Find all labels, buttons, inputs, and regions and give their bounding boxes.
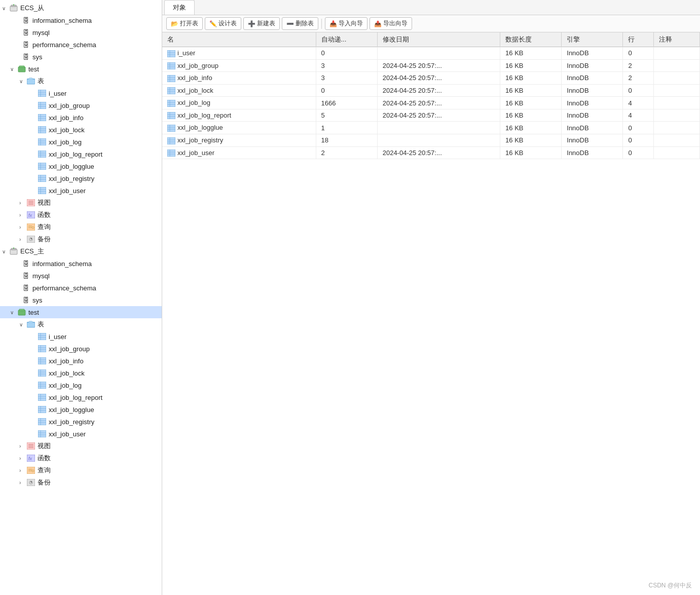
cell-data_size: 16 KB bbox=[500, 97, 562, 109]
table-xxl-job-lock-from[interactable]: xxl_job_lock bbox=[0, 124, 162, 136]
cell-modified: 2024-04-25 20:57:... bbox=[377, 146, 500, 159]
cell-rows: 4 bbox=[623, 97, 654, 109]
svg-rect-67 bbox=[38, 369, 46, 377]
folder-backup-from[interactable]: › 备份 bbox=[0, 233, 162, 245]
funcs-icon-from: fx bbox=[26, 210, 35, 219]
table-xxl-job-log-main[interactable]: xxl_job_log bbox=[0, 379, 162, 391]
folder-views-from[interactable]: › 视图 bbox=[0, 197, 162, 209]
table-row-icon bbox=[167, 50, 175, 57]
table-icon-xxl-job-user-from bbox=[38, 186, 47, 195]
cell-name: xxl_job_logglue bbox=[162, 122, 316, 134]
table-i-user-from[interactable]: i_user bbox=[0, 87, 162, 99]
table-row[interactable]: xxl_job_logglue116 KBInnoDB0 bbox=[162, 122, 700, 134]
table-icon-xxl-job-info-main bbox=[38, 356, 47, 365]
folder-queries-label-from: 查询 bbox=[38, 222, 51, 232]
folder-backup-main[interactable]: › 备份 bbox=[0, 476, 162, 489]
db-test-main[interactable]: ∨ test bbox=[0, 306, 162, 318]
sidebar: ∨ ECS_从 🗄 information_schema 🗄 mysql 🗄 p… bbox=[0, 0, 162, 595]
cell-comment bbox=[654, 97, 700, 109]
table-icon-xxl-job-registry bbox=[38, 174, 47, 183]
cell-name-text: xxl_job_user bbox=[177, 149, 214, 157]
folder-tables-main[interactable]: ∨ 表 bbox=[0, 318, 162, 330]
tab-objects[interactable]: 对象 bbox=[164, 0, 195, 15]
table-i-user-main[interactable]: i_user bbox=[0, 330, 162, 343]
table-label-xxl-job-lock-from: xxl_job_lock bbox=[49, 126, 85, 134]
db-icon-test-main bbox=[17, 308, 26, 317]
db-info-schema-main[interactable]: 🗄 information_schema bbox=[0, 257, 162, 270]
db-label-sys: sys bbox=[32, 53, 43, 61]
folder-queries-main[interactable]: › 查询 bbox=[0, 464, 162, 476]
db-sys-from[interactable]: 🗄 sys bbox=[0, 51, 162, 63]
table-row[interactable]: xxl_job_log_report52024-04-25 20:57:...1… bbox=[162, 109, 700, 122]
db-mysql-from[interactable]: 🗄 mysql bbox=[0, 26, 162, 39]
svg-rect-98 bbox=[167, 50, 175, 57]
table-label-xxl-job-logglue-from: xxl_job_logglue bbox=[49, 163, 94, 170]
table-row[interactable]: xxl_job_info32024-04-25 20:57:...16 KBIn… bbox=[162, 72, 700, 85]
cell-modified: 2024-04-25 20:57:... bbox=[377, 59, 500, 72]
folder-views-main[interactable]: › 视图 bbox=[0, 440, 162, 452]
cell-auto_inc: 3 bbox=[316, 59, 377, 72]
svg-rect-130 bbox=[167, 150, 175, 157]
delete-table-button[interactable]: ➖ 删除表 bbox=[282, 17, 318, 30]
folder-funcs-main[interactable]: › fx 函数 bbox=[0, 452, 162, 464]
folder-funcs-from[interactable]: › fx 函数 bbox=[0, 209, 162, 221]
db-test-label-main: test bbox=[28, 309, 39, 316]
table-xxl-job-logglue-from[interactable]: xxl_job_logglue bbox=[0, 160, 162, 172]
table-xxl-job-log-report-from[interactable]: xxl_job_log_report bbox=[0, 148, 162, 160]
table-row[interactable]: xxl_job_group32024-04-25 20:57:...16 KBI… bbox=[162, 59, 700, 72]
svg-rect-83 bbox=[38, 418, 46, 425]
import-wizard-button[interactable]: 📥 导入向导 bbox=[325, 17, 367, 30]
connection-ecs-main[interactable]: ∨ ECS_主 bbox=[0, 245, 162, 257]
table-row-icon bbox=[167, 87, 175, 94]
table-row[interactable]: i_user016 KBInnoDB0 bbox=[162, 47, 700, 60]
cell-engine: InnoDB bbox=[562, 134, 623, 146]
svg-rect-4 bbox=[19, 66, 24, 67]
table-xxl-job-lock-main[interactable]: xxl_job_lock bbox=[0, 367, 162, 379]
folder-tables-from[interactable]: ∨ 表 bbox=[0, 75, 162, 87]
table-label-i-user-from: i_user bbox=[49, 90, 66, 97]
design-table-button[interactable]: ✏️ 设计表 bbox=[205, 17, 241, 30]
table-xxl-job-group-from[interactable]: xxl_job_group bbox=[0, 99, 162, 111]
table-row[interactable]: xxl_job_log16662024-04-25 20:57:...16 KB… bbox=[162, 97, 700, 109]
table-xxl-job-log-from[interactable]: xxl_job_log bbox=[0, 136, 162, 148]
table-icon-xxl-job-lock bbox=[38, 125, 47, 134]
table-xxl-job-registry-from[interactable]: xxl_job_registry bbox=[0, 172, 162, 184]
connection-icon-main bbox=[9, 247, 18, 256]
table-row[interactable]: xxl_job_registry1816 KBInnoDB0 bbox=[162, 134, 700, 146]
table-xxl-job-logglue-main[interactable]: xxl_job_logglue bbox=[0, 403, 162, 416]
table-xxl-job-registry-main[interactable]: xxl_job_registry bbox=[0, 416, 162, 428]
cell-auto_inc: 18 bbox=[316, 134, 377, 146]
db-info-schema-from[interactable]: 🗄 information_schema bbox=[0, 14, 162, 26]
table-xxl-job-user-main[interactable]: xxl_job_user bbox=[0, 428, 162, 440]
db-mysql-main[interactable]: 🗄 mysql bbox=[0, 270, 162, 282]
connection-label-from: ECS_从 bbox=[20, 4, 44, 13]
open-table-icon: 📂 bbox=[171, 20, 178, 27]
cell-name: xxl_job_info bbox=[162, 72, 316, 85]
db-test-from[interactable]: ∨ test bbox=[0, 63, 162, 75]
open-table-button[interactable]: 📂 打开表 bbox=[166, 17, 203, 30]
table-xxl-job-group-main[interactable]: xxl_job_group bbox=[0, 343, 162, 355]
table-row[interactable]: xxl_job_user22024-04-25 20:57:...16 KBIn… bbox=[162, 146, 700, 159]
db-sys-main[interactable]: 🗄 sys bbox=[0, 294, 162, 306]
table-row[interactable]: xxl_job_lock02024-04-25 20:57:...16 KBIn… bbox=[162, 84, 700, 97]
new-table-button[interactable]: ➕ 新建表 bbox=[243, 17, 280, 30]
cell-comment bbox=[654, 146, 700, 159]
db-perf-main[interactable]: 🗄 performance_schema bbox=[0, 282, 162, 294]
table-xxl-job-info-main[interactable]: xxl_job_info bbox=[0, 355, 162, 367]
table-label-xxl-job-registry-from: xxl_job_registry bbox=[49, 175, 94, 182]
folder-icon-from bbox=[26, 77, 35, 86]
table-label-xxl-job-info-main: xxl_job_info bbox=[49, 357, 84, 365]
cell-data_size: 16 KB bbox=[500, 59, 562, 72]
cell-auto_inc: 0 bbox=[316, 47, 377, 60]
folder-queries-from[interactable]: › 查询 bbox=[0, 221, 162, 233]
db-perf-from[interactable]: 🗄 performance_schema bbox=[0, 39, 162, 51]
table-xxl-job-user-from[interactable]: xxl_job_user bbox=[0, 184, 162, 197]
table-xxl-job-info-from[interactable]: xxl_job_info bbox=[0, 111, 162, 124]
cell-engine: InnoDB bbox=[562, 122, 623, 134]
cell-comment bbox=[654, 59, 700, 72]
table-icon-xxl-job-user-main bbox=[38, 429, 47, 438]
svg-rect-55 bbox=[38, 333, 46, 340]
table-xxl-job-log-report-main[interactable]: xxl_job_log_report bbox=[0, 391, 162, 403]
connection-ecs-from[interactable]: ∨ ECS_从 bbox=[0, 2, 162, 14]
export-wizard-button[interactable]: 📤 导出向导 bbox=[370, 17, 412, 30]
